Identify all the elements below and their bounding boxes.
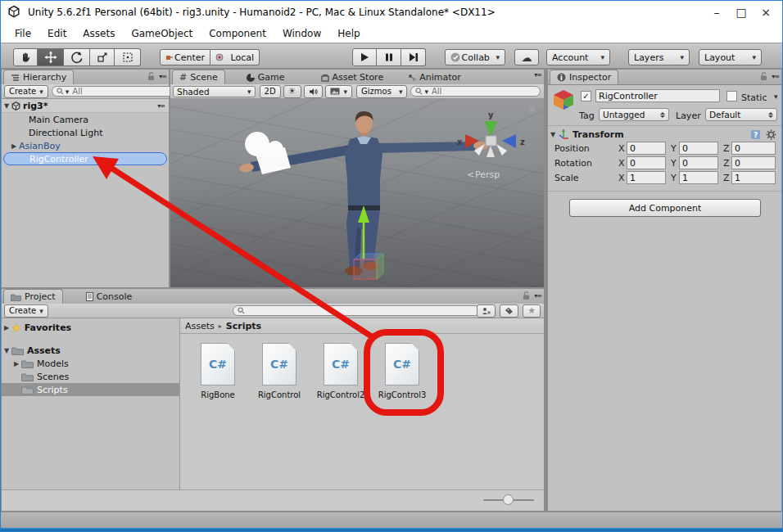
position-y-field[interactable] bbox=[679, 142, 718, 155]
search-by-label-button[interactable] bbox=[500, 304, 518, 318]
pivot-center-button[interactable]: Center bbox=[160, 49, 210, 65]
scene-menu-icon[interactable]: ▾≡ bbox=[157, 102, 165, 110]
lighting-toggle-button[interactable]: ☀ bbox=[283, 85, 301, 98]
file-item-rigbone[interactable]: C# RigBone bbox=[201, 343, 235, 385]
hierarchy-item-asianboy[interactable]: ▶ AsianBoy bbox=[2, 139, 169, 152]
minimize-button[interactable]: – bbox=[704, 6, 729, 19]
scale-x-field[interactable] bbox=[627, 171, 666, 184]
tree-item-scenes[interactable]: Scenes bbox=[2, 370, 179, 383]
hierarchy-create-button[interactable]: Create ▾ bbox=[4, 85, 48, 98]
pause-button[interactable] bbox=[377, 48, 401, 66]
scale-y-field[interactable] bbox=[679, 171, 718, 184]
lock-icon[interactable] bbox=[759, 71, 768, 81]
panel-menu-icon[interactable]: ▾≡ bbox=[159, 73, 166, 80]
audio-toggle-button[interactable] bbox=[304, 85, 323, 98]
menu-help[interactable]: Help bbox=[329, 28, 368, 39]
gameobject-name-field[interactable] bbox=[595, 89, 720, 102]
menu-window[interactable]: Window bbox=[274, 28, 329, 39]
position-z-field[interactable] bbox=[731, 142, 776, 155]
scene-viewport[interactable]: x y z < Persp bbox=[170, 98, 544, 287]
lock-icon[interactable] bbox=[522, 291, 531, 300]
rect-tool-button[interactable] bbox=[115, 48, 141, 66]
axis-z-label[interactable]: z bbox=[520, 138, 525, 147]
foldout-closed-icon[interactable]: ▶ bbox=[11, 360, 21, 367]
project-search[interactable] bbox=[233, 305, 480, 316]
hand-tool-button[interactable] bbox=[13, 48, 38, 66]
tab-game[interactable]: Game bbox=[240, 70, 292, 84]
play-button[interactable] bbox=[352, 48, 377, 66]
maximize-button[interactable]: □ bbox=[729, 6, 754, 19]
axis-x-label[interactable]: x bbox=[457, 138, 463, 147]
scale-tool-button[interactable] bbox=[90, 48, 115, 66]
icon-size-slider-handle[interactable] bbox=[503, 494, 514, 505]
tab-animator[interactable]: Animator bbox=[401, 70, 468, 84]
menu-component[interactable]: Component bbox=[201, 28, 274, 39]
foldout-open-icon[interactable]: ▼ bbox=[2, 347, 11, 354]
axis-y-label[interactable]: y bbox=[488, 110, 494, 119]
foldout-closed-icon[interactable]: ▶ bbox=[2, 324, 11, 331]
panel-menu-icon[interactable]: ▾≡ bbox=[534, 292, 541, 300]
shading-mode-dropdown[interactable]: Shaded ▾ bbox=[173, 86, 256, 97]
tree-item-favorites[interactable]: ▶ ★ Favorites bbox=[2, 321, 179, 334]
hierarchy-search-input[interactable] bbox=[70, 86, 176, 97]
2d-toggle-button[interactable]: 2D bbox=[260, 85, 281, 98]
panel-menu-icon[interactable]: ▾≡ bbox=[772, 73, 779, 80]
help-icon[interactable]: ? bbox=[750, 129, 761, 140]
close-button[interactable]: × bbox=[754, 6, 778, 19]
breadcrumb-scripts[interactable]: Scripts bbox=[226, 321, 261, 331]
file-item-rigcontrol2[interactable]: C# RigControl2 bbox=[324, 343, 358, 385]
add-component-button[interactable]: Add Component bbox=[569, 199, 761, 217]
panel-menu-icon[interactable]: ▾≡ bbox=[534, 71, 541, 79]
layout-dropdown[interactable]: Layout ▾ bbox=[699, 49, 762, 65]
file-item-rigcontrol3[interactable]: C# RigControl3 bbox=[385, 343, 419, 385]
breadcrumb-assets[interactable]: Assets bbox=[185, 321, 215, 331]
rotate-tool-button[interactable] bbox=[64, 48, 90, 66]
rotation-y-field[interactable] bbox=[679, 156, 718, 169]
project-search-input[interactable] bbox=[247, 305, 475, 316]
static-checkbox[interactable] bbox=[726, 91, 737, 101]
hierarchy-item-rigcontroller[interactable]: RigController bbox=[2, 152, 169, 165]
menu-assets[interactable]: Assets bbox=[75, 28, 123, 39]
tree-item-scripts[interactable]: Scripts bbox=[2, 383, 179, 396]
layer-dropdown[interactable]: Default bbox=[705, 108, 777, 121]
menu-gameobject[interactable]: GameObject bbox=[123, 28, 201, 39]
pivot-local-button[interactable]: Local bbox=[210, 49, 260, 65]
file-item-rigcontrol[interactable]: C# RigControl bbox=[262, 343, 296, 385]
foldout-closed-icon[interactable]: ▶ bbox=[9, 142, 19, 150]
tree-item-assets[interactable]: ▼ Assets bbox=[2, 344, 179, 357]
transform-header[interactable]: ▼ Transform ? bbox=[548, 127, 781, 142]
project-create-button[interactable]: Create ▾ bbox=[4, 304, 48, 318]
hierarchy-item-directional-light[interactable]: Directional Light bbox=[2, 126, 169, 139]
cloud-button[interactable]: ☁ bbox=[514, 49, 539, 65]
move-tool-button[interactable] bbox=[38, 48, 64, 66]
search-filter-icon[interactable]: ▾ bbox=[66, 88, 70, 96]
tab-hierarchy[interactable]: Hierarchy bbox=[3, 70, 74, 84]
menu-file[interactable]: File bbox=[7, 28, 39, 39]
tab-scene[interactable]: # Scene bbox=[172, 70, 225, 84]
menu-edit[interactable]: Edit bbox=[39, 28, 75, 39]
step-button[interactable] bbox=[401, 48, 426, 66]
gear-icon[interactable] bbox=[766, 129, 776, 140]
scale-z-field[interactable] bbox=[731, 171, 776, 184]
foldout-open-icon[interactable]: ▼ bbox=[2, 102, 11, 110]
rotation-z-field[interactable] bbox=[731, 156, 776, 169]
layers-dropdown[interactable]: Layers ▾ bbox=[628, 49, 690, 65]
tab-project[interactable]: Project bbox=[3, 289, 63, 304]
account-dropdown[interactable]: Account ▾ bbox=[546, 49, 610, 65]
tree-item-models[interactable]: ▶ Models bbox=[2, 357, 179, 370]
persp-label[interactable]: Persp bbox=[475, 169, 500, 180]
search-filter-icon[interactable]: ▾ bbox=[424, 88, 428, 96]
favorites-star-button[interactable]: ★ bbox=[523, 304, 541, 318]
position-x-field[interactable] bbox=[627, 142, 666, 155]
static-dropdown-icon[interactable]: ▾ bbox=[774, 92, 778, 101]
hierarchy-item-main-camera[interactable]: Main Camera bbox=[2, 113, 169, 126]
foldout-open-icon[interactable]: ▼ bbox=[548, 131, 558, 138]
scene-search-input[interactable] bbox=[430, 86, 536, 97]
tab-console[interactable]: Console bbox=[79, 290, 139, 304]
hierarchy-scene-row[interactable]: ▼ rig3* ▾≡ bbox=[2, 99, 169, 113]
hierarchy-search[interactable]: ▾ bbox=[52, 86, 182, 97]
tag-dropdown[interactable]: Untagged bbox=[599, 108, 669, 121]
tab-inspector[interactable]: i Inspector bbox=[550, 70, 618, 84]
gizmos-dropdown[interactable]: Gizmos ▾ bbox=[356, 85, 407, 98]
rotation-x-field[interactable] bbox=[627, 156, 666, 169]
